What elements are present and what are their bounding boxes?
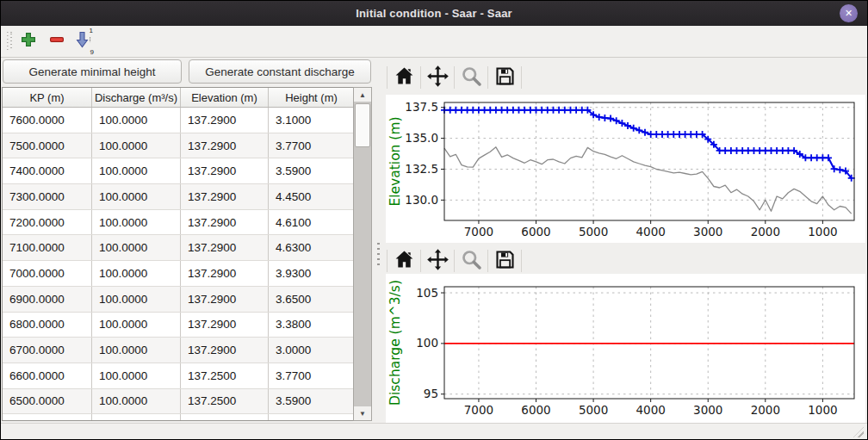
table-row[interactable]: 6800.0000100.0000137.29003.3800 (3, 313, 371, 338)
table-row[interactable]: 6600.0000100.0000137.25003.7700 (3, 363, 371, 389)
table-row[interactable] (3, 414, 371, 421)
table-cell[interactable]: 6600.0000 (3, 363, 92, 388)
table-cell[interactable]: 7000.0000 (3, 261, 92, 286)
table-cell[interactable]: 100.0000 (92, 338, 181, 363)
table-cell[interactable]: 100.0000 (92, 108, 181, 133)
table-cell[interactable]: 100.0000 (92, 184, 181, 209)
table-cell[interactable]: 3.9300 (269, 261, 354, 286)
toolbar-drag-handle[interactable] (7, 32, 12, 51)
table-cell[interactable]: 7600.0000 (3, 108, 92, 133)
generate-minimal-height-button[interactable]: Generate minimal height (3, 59, 182, 84)
table-cell[interactable]: 7200.0000 (3, 210, 92, 235)
table-cell[interactable]: 3.0000 (269, 338, 354, 363)
zoom-button[interactable] (456, 64, 486, 91)
table-cell[interactable]: 137.2900 (181, 133, 269, 158)
table-cell[interactable]: 137.2900 (181, 313, 269, 338)
svg-text:100: 100 (416, 336, 438, 350)
column-header-kp[interactable]: KP (m) (3, 88, 92, 107)
scroll-up-button[interactable]: ▲ (354, 88, 371, 102)
table-scrollbar[interactable]: ▲ ▼ (353, 87, 372, 421)
table-cell[interactable] (92, 414, 181, 421)
table-cell[interactable]: 100.0000 (92, 363, 181, 388)
svg-text:7000: 7000 (464, 403, 493, 417)
table-cell[interactable] (3, 414, 92, 421)
table-cell[interactable]: 6900.0000 (3, 287, 92, 312)
table-cell[interactable]: 137.2500 (181, 389, 269, 414)
table-cell[interactable]: 100.0000 (92, 210, 181, 235)
table-cell[interactable] (181, 414, 269, 421)
table-cell[interactable]: 7100.0000 (3, 235, 92, 260)
table-cell[interactable]: 137.2900 (181, 158, 269, 183)
table-cell[interactable]: 100.0000 (92, 313, 181, 338)
statusbar (1, 423, 867, 440)
titlebar[interactable]: Initial condition - Saar - Saar ✕ (1, 1, 867, 27)
table-row[interactable]: 6900.0000100.0000137.29003.6500 (3, 287, 371, 313)
column-header-height[interactable]: Height (m) (269, 88, 354, 107)
table-cell[interactable]: 6800.0000 (3, 313, 92, 338)
scroll-down-button[interactable]: ▼ (354, 406, 371, 420)
zoom-button[interactable] (456, 247, 486, 275)
table-cell[interactable]: 3.1000 (269, 108, 354, 133)
sort-number-bottom: 9 (90, 48, 94, 56)
pan-button[interactable] (423, 247, 452, 275)
table-row[interactable]: 7400.0000100.0000137.29003.5900 (3, 158, 371, 184)
table-cell[interactable]: 137.2900 (181, 338, 269, 363)
table-cell[interactable]: 100.0000 (92, 261, 181, 286)
table-cell[interactable]: 4.4500 (269, 184, 354, 209)
initial-condition-window: Initial condition - Saar - Saar ✕ 1 (0, 0, 868, 440)
save-button[interactable] (490, 247, 519, 275)
table-row[interactable]: 7000.0000100.0000137.29003.9300 (3, 261, 371, 287)
home-button[interactable] (389, 64, 418, 91)
table-row[interactable]: 7300.0000100.0000137.29004.4500 (3, 184, 371, 210)
table-cell[interactable]: 100.0000 (92, 235, 181, 260)
table-cell[interactable]: 7500.0000 (3, 133, 92, 158)
table-cell[interactable]: 137.2900 (181, 235, 269, 260)
table-cell[interactable]: 3.3800 (269, 313, 354, 338)
sort-rows-button[interactable]: 1 9 (71, 28, 97, 54)
resize-grip[interactable] (853, 427, 864, 437)
table-row[interactable]: 6500.0000100.0000137.25003.5900 (3, 389, 371, 415)
close-button[interactable]: ✕ (840, 4, 858, 22)
table-row[interactable]: 7100.0000100.0000137.29004.6300 (3, 235, 371, 261)
table-row[interactable]: 7600.0000100.0000137.29003.1000 (3, 108, 371, 133)
table-cell[interactable]: 3.7700 (269, 133, 354, 158)
table-cell[interactable]: 100.0000 (92, 287, 181, 312)
scrollbar-thumb[interactable] (355, 103, 370, 147)
main-toolbar: 1 9 (1, 26, 867, 58)
table-cell[interactable]: 7300.0000 (3, 184, 92, 209)
pan-button[interactable] (423, 64, 452, 91)
table-cell[interactable]: 137.2900 (181, 261, 269, 286)
table-cell[interactable]: 137.2900 (181, 184, 269, 209)
table-cell[interactable]: 4.6300 (269, 235, 354, 260)
table-cell[interactable]: 137.2900 (181, 108, 269, 133)
discharge-plot-figure[interactable]: 700060005000400030002000100010510095Disc… (386, 274, 865, 425)
add-row-button[interactable] (16, 28, 41, 54)
elevation-plot-figure[interactable]: 7000600050004000300020001000137.5135.013… (386, 95, 865, 243)
column-header-discharge[interactable]: Discharge (m³/s) (92, 88, 181, 107)
table-cell[interactable] (269, 414, 354, 421)
table-row[interactable]: 7500.0000100.0000137.29003.7700 (3, 133, 371, 159)
table-cell[interactable]: 6700.0000 (3, 338, 92, 363)
generate-constant-discharge-button[interactable]: Generate constant discharge (189, 59, 371, 84)
table-row[interactable]: 7200.0000100.0000137.29004.6100 (3, 210, 371, 236)
table-row[interactable]: 6700.0000100.0000137.29003.0000 (3, 338, 371, 363)
table-cell[interactable]: 6500.0000 (3, 389, 92, 414)
table-cell[interactable]: 3.7700 (269, 363, 354, 388)
table-cell[interactable]: 100.0000 (92, 133, 181, 158)
home-button[interactable] (389, 247, 418, 275)
series-river-bottom (444, 147, 852, 214)
table-cell[interactable]: 137.2900 (181, 287, 269, 312)
table-cell[interactable]: 7400.0000 (3, 158, 92, 183)
vertical-splitter-handle[interactable] (377, 243, 380, 265)
remove-row-button[interactable] (44, 28, 70, 54)
table-cell[interactable]: 100.0000 (92, 158, 181, 183)
table-cell[interactable]: 137.2900 (181, 210, 269, 235)
table-cell[interactable]: 100.0000 (92, 389, 181, 414)
table-cell[interactable]: 137.2500 (181, 363, 269, 388)
table-cell[interactable]: 3.6500 (269, 287, 354, 312)
table-cell[interactable]: 4.6100 (269, 210, 354, 235)
table-cell[interactable]: 3.5900 (269, 389, 354, 414)
save-button[interactable] (490, 64, 519, 91)
column-header-elevation[interactable]: Elevation (m) (181, 88, 269, 107)
table-cell[interactable]: 3.5900 (269, 158, 354, 183)
